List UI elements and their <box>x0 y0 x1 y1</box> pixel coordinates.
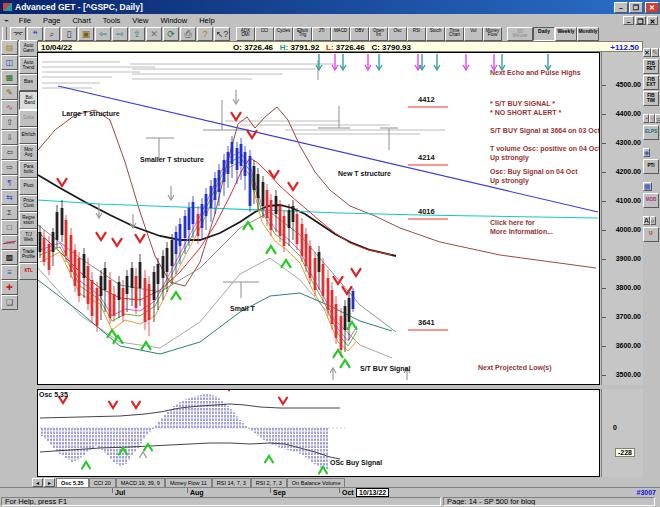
fib-extension-tool[interactable]: FIB EXT <box>643 75 659 90</box>
down-arrow-icon[interactable]: ⇩ <box>1 130 18 145</box>
ellipse-tool[interactable]: ELPS <box>643 125 659 140</box>
study-button-cycles[interactable]: Cycles <box>274 27 293 41</box>
paragraph-icon[interactable]: ¶ <box>1 175 18 190</box>
interval-weekly[interactable]: Weekly <box>555 27 577 41</box>
study-t-j-web[interactable]: T/J Web <box>19 229 38 246</box>
study-xtl[interactable]: XTL <box>19 263 38 280</box>
menu-window[interactable]: Window <box>154 16 193 25</box>
tab-macd-19-39-9[interactable]: MACD 19, 39, 9 <box>116 478 165 487</box>
study-button-osc[interactable]: Osc <box>388 27 407 41</box>
study-button-vol[interactable]: Vol <box>464 27 483 41</box>
help-icon[interactable]: ? <box>197 27 213 41</box>
chart-folder-icon[interactable]: ▤ <box>1 40 18 55</box>
study-button-macd[interactable]: MACD <box>331 27 350 41</box>
study-button-money-flow[interactable]: Money Flow <box>483 27 502 41</box>
left-arrow-icon[interactable]: ⇦ <box>1 145 18 160</box>
delete-page-icon[interactable]: ✕ <box>146 27 162 41</box>
study-button-time-chart[interactable]: Time Chart <box>445 27 464 41</box>
tabs-scroll-left[interactable]: ◄ <box>32 478 43 487</box>
pencil-tool[interactable]: ✎ <box>651 48 659 57</box>
study-auto-gann[interactable]: Auto Gann <box>19 40 38 57</box>
study-price-clust[interactable]: Price Clust <box>19 195 38 212</box>
rectangle-icon[interactable]: □ <box>1 220 18 235</box>
interval-60-minute[interactable]: 60 Minute <box>507 27 533 41</box>
tab-money-flow-11[interactable]: Money Flow 11 <box>165 478 212 487</box>
study-button-elliott-trig[interactable]: Elliott Trig <box>293 27 312 41</box>
update-tool[interactable]: U <box>643 227 659 242</box>
study-button-stoch[interactable]: Stoch <box>426 27 445 41</box>
elliott-wave-icon[interactable]: ∿ <box>1 100 18 115</box>
study-regre-ssion[interactable]: Regre ssion <box>19 212 38 229</box>
study-para-bolic[interactable]: Para bolic <box>19 161 38 178</box>
menu-page[interactable]: Page <box>37 16 67 25</box>
up-arrow-icon[interactable]: ⇧ <box>1 115 18 130</box>
study-button-cci[interactable]: CCI <box>255 27 274 41</box>
doc-minimize-button[interactable]: – <box>623 16 634 25</box>
more-information-link[interactable]: Click here for <box>490 219 535 226</box>
study-button-rsi[interactable]: RSI <box>407 27 426 41</box>
tab-on-balance-volume[interactable]: On Balance Volume <box>287 478 346 487</box>
mob-tool[interactable]: MOB <box>643 193 659 208</box>
close-button[interactable]: ✕ <box>645 2 659 13</box>
study-auto-trend[interactable]: Auto Trend <box>19 57 38 74</box>
insert-page-icon[interactable]: ⇧ <box>129 27 145 41</box>
more-information-link[interactable]: More Information... <box>490 228 553 235</box>
study-pivot[interactable]: Pivot <box>19 178 38 195</box>
interval-monthly[interactable]: Monthly <box>577 27 599 41</box>
tab-rsi-2-7-3[interactable]: RSI 2, 7, 3 <box>251 478 287 487</box>
minimize-button[interactable]: – <box>614 2 628 13</box>
tabs-scroll-right[interactable]: ► <box>44 478 55 487</box>
maximize-button[interactable]: ❐ <box>629 2 643 13</box>
menu-chart[interactable]: Chart <box>66 16 96 25</box>
study-button-obv[interactable]: OBV <box>350 27 369 41</box>
fib-levels-icon[interactable]: ≡ <box>1 265 18 280</box>
rectangle-tool[interactable]: ▭ <box>655 114 660 123</box>
page-icon[interactable]: ❏ <box>1 295 18 310</box>
zoom-tool[interactable]: ⌕ <box>650 216 656 225</box>
tab-rsi-14-7-3[interactable]: RSI 14, 7, 3 <box>212 478 251 487</box>
study-bias[interactable]: Bias <box>19 74 38 91</box>
doc-close-button[interactable]: ✕ <box>647 16 658 25</box>
lines-toggle-icon[interactable]: LINES <box>1 235 18 250</box>
tile-charts-icon[interactable]: ◫ <box>1 55 18 70</box>
oscillator-axis[interactable]: 0-228 <box>601 389 643 477</box>
fib-time-tool[interactable]: FIB TIM <box>643 91 659 106</box>
tab-osc-5-35[interactable]: Osc 5,35 <box>56 478 89 487</box>
interval-daily[interactable]: Daily <box>533 27 555 41</box>
fib-retracement-tool[interactable]: FIB RET <box>643 59 659 74</box>
study-button-adx-dmi[interactable]: ADX DMI <box>236 27 255 41</box>
right-arrow-icon[interactable]: ⇨ <box>1 160 18 175</box>
price-chart-panel[interactable]: 4412421440163641Next Echo and Pulse High… <box>37 52 600 385</box>
swap-icon[interactable]: ⇆ <box>1 190 18 205</box>
menu-help[interactable]: Help <box>193 16 220 25</box>
tab-cci-20[interactable]: CCI 20 <box>89 478 116 487</box>
gem-tool[interactable]: ◈ <box>643 148 650 157</box>
prev-page-icon[interactable]: ⇦ <box>95 27 111 41</box>
study-button-open-int[interactable]: Open Int <box>369 27 388 41</box>
gann-box-icon[interactable]: ▩ <box>1 250 18 265</box>
print-icon[interactable]: ⎙ <box>180 27 196 41</box>
erase-tool[interactable]: ✕ <box>643 48 651 57</box>
next-page-icon[interactable]: ⇨ <box>112 27 128 41</box>
study-trade-profile[interactable]: Trade Profile <box>19 246 38 263</box>
study-mov-avg[interactable]: Mov Avg <box>19 144 38 161</box>
toolbar-handle[interactable] <box>2 27 7 40</box>
menu-tools[interactable]: Tools <box>97 16 127 25</box>
pointer-icon[interactable]: ⌤ <box>10 27 26 41</box>
sum-icon[interactable]: Σ <box>1 205 18 220</box>
context-help-icon[interactable]: ↖? <box>214 27 230 41</box>
grid-tool[interactable]: ▦ <box>643 182 652 191</box>
text-tool[interactable]: A <box>643 216 650 225</box>
study-ehrlich[interactable]: Ehrlich <box>19 127 38 144</box>
pti-tool[interactable]: PTI <box>643 159 659 174</box>
doc-restore-button[interactable]: ❐ <box>635 16 646 25</box>
new-page-icon[interactable]: ▯ <box>61 27 77 41</box>
menu-view[interactable]: View <box>126 16 154 25</box>
price-axis[interactable]: 4600.44 4500.004400.004300.004200.004100… <box>601 52 643 385</box>
add-icon[interactable]: ✚ <box>1 280 18 295</box>
copy-page-icon[interactable]: ▣ <box>78 27 94 41</box>
draw-line-icon[interactable]: ✎ <box>1 85 18 100</box>
quotes-icon[interactable]: ❝ <box>27 27 43 41</box>
last-date-box[interactable]: 10/13/22 <box>356 488 389 497</box>
find-icon[interactable]: ⌕ <box>44 27 60 41</box>
